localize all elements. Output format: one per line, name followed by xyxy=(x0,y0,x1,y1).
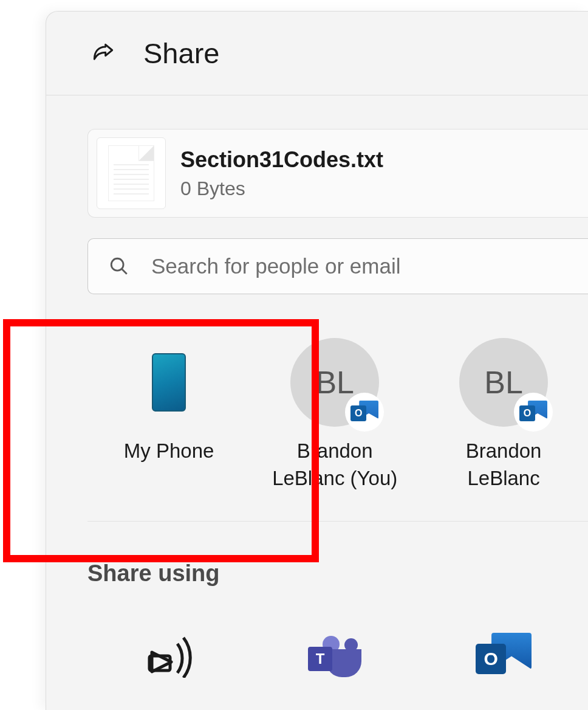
nearby-sharing-icon xyxy=(138,635,199,678)
share-header: Share xyxy=(46,12,588,95)
header-title: Share xyxy=(143,36,219,70)
teams-letter: T xyxy=(308,647,332,671)
share-target-label: My Phone xyxy=(124,438,214,465)
outlook-badge-icon: O xyxy=(345,393,384,432)
svg-line-1 xyxy=(121,269,127,274)
share-target-contact[interactable]: BL O Brandon LeBlanc xyxy=(419,338,588,492)
share-panel: Share Section31Codes.txt 0 Bytes xyxy=(46,11,588,710)
share-using-heading: Share using xyxy=(87,560,588,587)
share-icon xyxy=(90,40,117,67)
share-target-my-phone[interactable]: My Phone xyxy=(87,338,250,492)
avatar-initials: BL xyxy=(315,364,354,401)
share-content: Section31Codes.txt 0 Bytes My Phone xyxy=(46,129,588,680)
file-name: Section31Codes.txt xyxy=(180,147,383,173)
search-icon xyxy=(109,256,129,277)
share-apps-row: T O xyxy=(87,633,588,680)
search-input[interactable] xyxy=(151,254,588,278)
avatar-icon: BL O xyxy=(290,338,379,427)
svg-point-0 xyxy=(111,258,123,271)
phone-icon xyxy=(125,338,213,427)
search-box[interactable] xyxy=(87,238,588,294)
share-app-teams[interactable]: T xyxy=(250,633,419,680)
share-target-label: Brandon LeBlanc (You) xyxy=(265,438,405,492)
share-targets-row: My Phone BL O Brandon LeBlanc (You) BL xyxy=(87,338,588,522)
file-card[interactable]: Section31Codes.txt 0 Bytes xyxy=(87,129,588,218)
avatar-icon: BL O xyxy=(459,338,548,427)
share-app-outlook[interactable]: O xyxy=(419,633,588,680)
share-app-nearby[interactable] xyxy=(87,633,250,680)
text-file-icon xyxy=(108,145,154,201)
file-thumbnail xyxy=(97,137,166,209)
share-target-contact-you[interactable]: BL O Brandon LeBlanc (You) xyxy=(250,338,419,492)
avatar-initials: BL xyxy=(484,364,523,401)
outlook-badge-icon: O xyxy=(514,393,553,432)
file-metadata: Section31Codes.txt 0 Bytes xyxy=(180,147,383,200)
teams-icon: T xyxy=(308,636,361,677)
file-size: 0 Bytes xyxy=(180,178,383,200)
share-target-label: Brandon LeBlanc xyxy=(434,438,573,492)
outlook-letter: O xyxy=(476,644,506,674)
outlook-icon: O xyxy=(476,633,532,680)
